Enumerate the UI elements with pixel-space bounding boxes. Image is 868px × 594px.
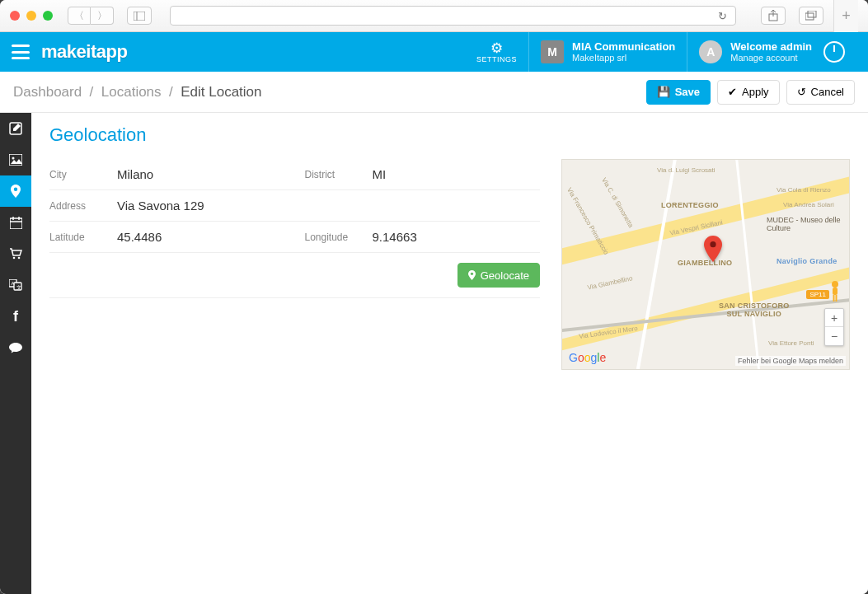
svg-point-15	[18, 257, 21, 260]
nav-forward-button[interactable]: 〉	[91, 7, 114, 25]
svg-point-9	[14, 188, 17, 191]
nav-back-button[interactable]: 〈	[68, 7, 91, 25]
sidebar-item-cart[interactable]	[0, 238, 31, 269]
zoom-out-button[interactable]: −	[825, 327, 843, 345]
sidebar-item-chat[interactable]	[0, 332, 31, 363]
facebook-icon: f	[13, 308, 18, 325]
gear-icon: ⚙	[490, 41, 503, 55]
map-street-label: Via Giambellino	[587, 274, 634, 291]
org-sub: MakeItapp srl	[572, 53, 675, 63]
sidebar-item-facebook[interactable]: f	[0, 301, 31, 332]
org-switcher[interactable]: M MIA Communication MakeItapp srl	[528, 32, 687, 72]
window-maximize-button[interactable]	[43, 11, 53, 21]
geolocation-form: City Milano District MI Address Via Savo…	[49, 159, 540, 298]
zoom-in-button[interactable]: +	[825, 309, 843, 327]
section-title: Geolocation	[49, 124, 850, 146]
district-input[interactable]: MI	[373, 167, 541, 181]
map-street-label: Via Ettore Ponti	[768, 339, 814, 347]
map-road-tag: SP11	[806, 290, 829, 299]
map-area-label: SAN CRISTOFORO SUL NAVIGLIO	[719, 302, 790, 318]
map-attribution[interactable]: Fehler bei Google Maps melden	[735, 356, 846, 366]
edit-icon	[9, 122, 22, 135]
translate-icon: A文	[9, 279, 22, 291]
cancel-button[interactable]: ↺ Cancel	[786, 80, 855, 105]
browser-window: 〈 〉 ↻ + makeitapp ⚙ SETTINGS	[0, 0, 868, 594]
tabs-button[interactable]	[799, 7, 823, 25]
geolocate-label: Geolocate	[481, 269, 529, 282]
url-bar[interactable]: ↻	[170, 6, 736, 26]
svg-point-8	[12, 157, 15, 160]
share-button[interactable]	[761, 7, 786, 25]
new-tab-button[interactable]: +	[833, 0, 858, 32]
user-sub: Manage account	[730, 53, 812, 63]
location-pin-icon	[11, 185, 21, 198]
latitude-label: Latitude	[49, 232, 102, 243]
sidebar-item-translate[interactable]: A文	[0, 269, 31, 301]
svg-rect-24	[833, 295, 835, 302]
window-minimize-button[interactable]	[26, 11, 36, 21]
map-marker[interactable]	[704, 236, 722, 262]
menu-toggle-button[interactable]	[12, 44, 30, 59]
org-avatar: M	[541, 40, 564, 63]
city-label: City	[49, 169, 102, 180]
reload-icon[interactable]: ↻	[718, 10, 727, 22]
undo-icon: ↺	[797, 86, 806, 98]
google-logo: Google	[569, 351, 606, 364]
address-label: Address	[49, 200, 102, 212]
browser-right-toolbar	[754, 7, 823, 25]
save-button[interactable]: 💾 Save	[646, 80, 711, 105]
settings-label: SETTINGS	[476, 55, 517, 63]
sidebar-item-location[interactable]	[0, 175, 31, 207]
apply-label: Apply	[742, 86, 769, 98]
svg-text:A: A	[12, 281, 15, 286]
latitude-input[interactable]: 45.4486	[117, 230, 285, 244]
city-input[interactable]: Milano	[117, 167, 285, 181]
svg-point-21	[710, 241, 716, 247]
breadcrumb: Dashboard / Locations / Edit Location	[13, 84, 262, 101]
map-street-label: Via d. Luigi Scrosati	[657, 166, 716, 174]
map-area-label: Naviglio Grande	[777, 257, 838, 265]
window-close-button[interactable]	[10, 11, 20, 21]
breadcrumb-locations[interactable]: Locations	[101, 84, 162, 100]
sidebar-toggle-button[interactable]	[127, 7, 152, 25]
account-menu[interactable]: A Welcome admin Manage account	[687, 32, 856, 72]
app-logo[interactable]: makeitapp	[41, 41, 127, 63]
svg-rect-25	[836, 295, 838, 302]
user-welcome: Welcome admin	[730, 40, 812, 54]
map-poi-label: MUDEC - Museo delle Culture	[767, 216, 841, 232]
map-zoom-control: + −	[824, 308, 844, 346]
apply-button[interactable]: ✔ Apply	[717, 80, 780, 105]
longitude-label: Longitude	[305, 232, 358, 243]
svg-rect-23	[833, 288, 838, 295]
map-street-label: Via Cola di Rienzo	[777, 186, 831, 194]
check-icon: ✔	[728, 86, 737, 98]
breadcrumb-dashboard[interactable]: Dashboard	[13, 84, 82, 100]
map[interactable]: LORENTEGGIO GIAMBELLINO SAN CRISTOFORO S…	[561, 159, 850, 370]
image-icon	[9, 154, 22, 166]
app-body: A文 f Geolocation City Milano	[0, 113, 868, 594]
breadcrumb-bar: Dashboard / Locations / Edit Location 💾 …	[0, 72, 868, 113]
svg-text:文: 文	[16, 284, 21, 290]
address-input[interactable]: Via Savona 129	[117, 199, 540, 213]
svg-rect-5	[808, 11, 816, 17]
app-header: makeitapp ⚙ SETTINGS M MIA Communication…	[0, 32, 868, 72]
mac-titlebar: 〈 〉 ↻ +	[0, 0, 868, 32]
svg-point-22	[832, 281, 838, 288]
sidebar: A文 f	[0, 113, 31, 594]
pegman-icon[interactable]	[828, 280, 842, 303]
cart-icon	[9, 248, 22, 260]
map-street-label: Via Andrea Solari	[783, 201, 834, 208]
svg-rect-4	[805, 13, 814, 20]
map-road	[734, 159, 763, 370]
breadcrumb-current: Edit Location	[181, 84, 261, 100]
geolocate-button[interactable]: Geolocate	[457, 263, 540, 288]
user-avatar: A	[699, 40, 722, 63]
longitude-input[interactable]: 9.14663	[373, 230, 541, 244]
sidebar-item-calendar[interactable]	[0, 207, 31, 238]
save-icon: 💾	[657, 86, 670, 98]
sidebar-item-image[interactable]	[0, 144, 31, 175]
sidebar-item-edit[interactable]	[0, 113, 31, 144]
content: Geolocation City Milano District MI	[31, 113, 868, 594]
settings-link[interactable]: ⚙ SETTINGS	[465, 32, 528, 72]
logout-button[interactable]	[823, 41, 845, 63]
